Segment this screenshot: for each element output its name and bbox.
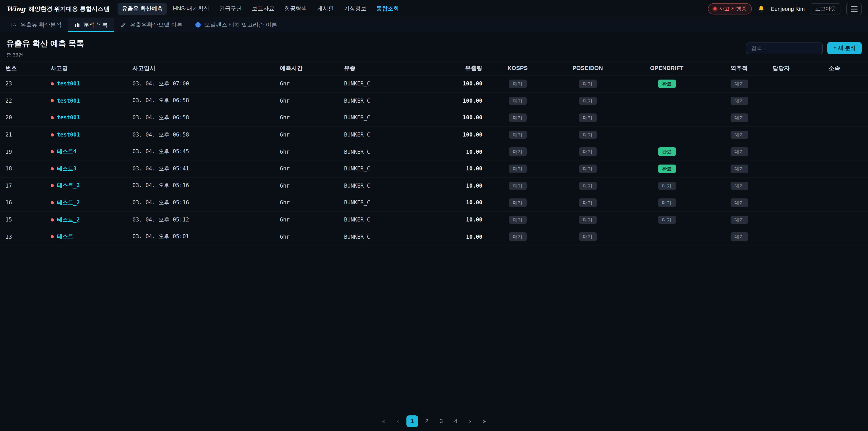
status-badge: 대기	[579, 164, 596, 173]
cell-name: test001	[45, 81, 129, 87]
page-head: 유출유 확산 예측 목록 총 33건 + 새 분석	[0, 32, 868, 61]
status-badge: 대기	[658, 198, 676, 207]
column-header-opendrift: OPENDRIFT	[626, 65, 708, 71]
status-badge: 완료	[658, 80, 676, 88]
status-badge: 대기	[730, 114, 748, 122]
nav-item-1[interactable]: 유출유 확산예측	[118, 3, 167, 15]
first-page-button[interactable]: «	[377, 415, 389, 427]
status-badge: 대기	[509, 182, 526, 190]
logout-button[interactable]: 로그아웃	[811, 3, 840, 14]
nav-item-5[interactable]: 항공탐색	[280, 3, 311, 15]
notification-bell-icon[interactable]	[758, 5, 765, 12]
cell-datetime: 03. 04. 오후 05:12	[129, 216, 278, 223]
incident-link[interactable]: 테스트	[57, 233, 73, 241]
status-badge: 대기	[579, 233, 596, 241]
incident-link[interactable]: test001	[57, 131, 80, 138]
column-header-amount: 유출량	[425, 64, 486, 72]
cell-amount: 10.00	[425, 199, 486, 206]
table-header-row: 번호사고명사고일시예측시간유종유출량KOSPSPOSEIDONOPENDRIFT…	[0, 61, 868, 75]
incident-link[interactable]: 테스트_2	[57, 199, 80, 207]
incident-link[interactable]: test001	[57, 81, 80, 87]
cell-amount: 10.00	[425, 149, 486, 155]
column-header-datetime: 사고일시	[129, 64, 278, 72]
status-badge: 대기	[579, 182, 596, 190]
hamburger-menu-icon[interactable]	[846, 2, 862, 15]
incident-link[interactable]: 테스트4	[57, 148, 76, 155]
status-badge: 대기	[509, 114, 526, 122]
cell-name: 테스트_2	[45, 199, 129, 207]
nav-item-3[interactable]: 긴급구난	[215, 3, 246, 15]
brand[interactable]: Wing 해양환경 위기대응 통합시스템	[6, 5, 110, 13]
incident-dot	[51, 235, 54, 238]
nav-item-8[interactable]: 통합조회	[372, 3, 403, 15]
prev-page-button[interactable]: ‹	[392, 415, 404, 427]
incident-link[interactable]: test001	[57, 98, 80, 104]
page-3-button[interactable]: 3	[435, 415, 447, 427]
status-badge: 대기	[579, 148, 596, 156]
table-row: 18테스트303. 04. 오후 05:416hrBUNKER_C10.00대기…	[0, 160, 868, 177]
cell-poseidon: 대기	[549, 164, 626, 173]
cell-datetime: 03. 04. 오후 07:00	[129, 80, 278, 88]
cell-amount: 100.00	[425, 115, 486, 121]
next-page-button[interactable]: ›	[464, 415, 476, 427]
tab-4[interactable]: 오일펜스 배치 알고리즘 이론	[189, 18, 283, 32]
cell-forecast: 6hr	[278, 131, 341, 138]
user-name: Eunjeong Kim	[771, 6, 805, 12]
status-badge: 대기	[730, 216, 748, 224]
incident-link[interactable]: 테스트_2	[57, 216, 80, 223]
incident-link[interactable]: 테스트_2	[57, 182, 80, 190]
page-4-button[interactable]: 4	[450, 415, 462, 427]
tab-2[interactable]: 분석 목록	[68, 18, 114, 32]
cell-no: 13	[0, 234, 45, 240]
table-row: 23test00103. 04. 오후 07:006hrBUNKER_C100.…	[0, 75, 868, 92]
cell-poseidon: 대기	[549, 80, 626, 88]
scatter-chart-icon	[11, 22, 17, 28]
tab-3[interactable]: 유출유확산모델 이론	[114, 18, 189, 32]
main-nav: 유출유 확산예측HNS·대기확산긴급구난보고자료항공탐색게시판기상정보통합조회	[118, 3, 403, 15]
cell-opendrift: 대기	[626, 198, 708, 207]
cell-datetime: 03. 04. 오후 05:16	[129, 182, 278, 190]
nav-item-6[interactable]: 게시판	[313, 3, 338, 15]
cell-opendrift: 대기	[626, 216, 708, 224]
search-input[interactable]	[746, 42, 823, 54]
nav-item-4[interactable]: 보고자료	[248, 3, 278, 15]
table-row: 15테스트_203. 04. 오후 05:126hrBUNKER_C10.00대…	[0, 212, 868, 228]
cell-amount: 100.00	[425, 131, 486, 138]
tab-1[interactable]: 유출유 확산분석	[4, 18, 68, 32]
last-page-button[interactable]: »	[479, 415, 491, 427]
cell-name: 테스트3	[45, 165, 129, 173]
status-badge: 대기	[579, 80, 596, 88]
top-bar-right: 사고 진행중 Eunjeong Kim 로그아웃	[708, 2, 862, 15]
cell-no: 23	[0, 81, 45, 87]
nav-item-2[interactable]: HNS·대기확산	[169, 3, 213, 15]
column-header-backtrack: 역추적	[708, 64, 771, 72]
cell-backtrack: 대기	[708, 198, 771, 207]
nav-item-7[interactable]: 기상정보	[340, 3, 370, 15]
status-badge: 대기	[509, 233, 526, 241]
cell-name: test001	[45, 131, 129, 138]
table-row: 22test00103. 04. 오후 06:586hrBUNKER_C100.…	[0, 92, 868, 110]
cell-name: 테스트4	[45, 148, 129, 155]
incident-status-badge[interactable]: 사고 진행중	[708, 3, 752, 14]
column-header-kosps: KOSPS	[486, 65, 549, 71]
new-analysis-button[interactable]: + 새 분석	[828, 42, 862, 54]
cell-oil: BUNKER_C	[341, 81, 425, 87]
cell-forecast: 6hr	[278, 217, 341, 223]
table-row: 16테스트_203. 04. 오후 05:166hrBUNKER_C10.00대…	[0, 194, 868, 211]
incident-link[interactable]: 테스트3	[57, 165, 76, 173]
status-badge: 대기	[730, 96, 748, 105]
status-badge: 대기	[509, 164, 526, 173]
info-icon	[195, 22, 202, 28]
status-badge: 대기	[579, 131, 596, 139]
page-2-button[interactable]: 2	[421, 415, 433, 427]
cell-amount: 10.00	[425, 234, 486, 240]
page-1-button[interactable]: 1	[406, 415, 418, 427]
cell-opendrift: 완료	[626, 164, 708, 173]
cell-forecast: 6hr	[278, 98, 341, 104]
tab-label: 분석 목록	[84, 21, 108, 29]
cell-kosps: 대기	[486, 198, 549, 207]
cell-kosps: 대기	[486, 80, 549, 88]
cell-opendrift: 완료	[626, 148, 708, 156]
cell-poseidon: 대기	[549, 198, 626, 207]
incident-link[interactable]: test001	[57, 115, 80, 121]
